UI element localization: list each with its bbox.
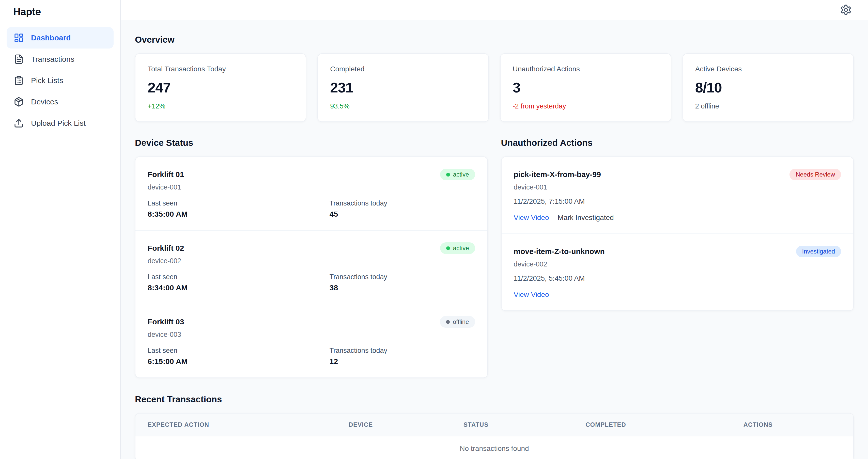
status-badge: active (440, 242, 475, 254)
metric-value: 8:35:00 AM (148, 210, 330, 219)
action-timestamp: 11/2/2025, 5:45:00 AM (514, 274, 841, 283)
status-dot-icon (446, 247, 450, 250)
metric-label: Last seen (148, 273, 330, 281)
view-video-link[interactable]: View Video (514, 214, 549, 222)
upload-icon (14, 118, 24, 128)
sidebar-item-label: Upload Pick List (31, 119, 86, 128)
overview-heading: Overview (135, 35, 854, 45)
column-header-device: DEVICE (336, 414, 451, 436)
metric-label: Transactions today (330, 273, 475, 281)
view-video-link[interactable]: View Video (514, 291, 549, 299)
brand-logo: Hapte (13, 6, 120, 18)
main-content: Overview Total Transactions Today 247 +1… (121, 20, 868, 459)
metric-value: 38 (330, 284, 475, 292)
stat-label: Active Devices (695, 65, 841, 73)
stat-card-unauthorized-actions: Unauthorized Actions 3 -2 from yesterday (500, 53, 671, 122)
device-id: device-002 (148, 257, 475, 265)
clipboard-list-icon (14, 75, 24, 86)
stat-label: Total Transactions Today (148, 65, 293, 73)
stat-subtext: 2 offline (695, 102, 841, 110)
topbar (121, 0, 868, 20)
status-dot-icon (446, 320, 450, 324)
device-status-section: Device Status Forklift 01 active device-… (135, 138, 488, 378)
stat-value: 247 (148, 79, 293, 96)
device-name: Forklift 03 (148, 318, 184, 326)
stat-value: 8/10 (695, 79, 841, 96)
metric-value: 12 (330, 357, 475, 366)
device-id: device-001 (148, 184, 475, 191)
overview-cards: Total Transactions Today 247 +12% Comple… (135, 53, 854, 122)
device-status-panel: Forklift 01 active device-001 Last seen (135, 157, 488, 378)
metric-value: 45 (330, 210, 475, 219)
action-timestamp: 11/2/2025, 7:15:00 AM (514, 197, 841, 205)
unauthorized-action-row: move-item-Z-to-unknown Investigated devi… (502, 233, 854, 310)
main-column: Overview Total Transactions Today 247 +1… (121, 0, 868, 459)
review-badge: Investigated (796, 245, 841, 257)
stat-value: 3 (513, 79, 659, 96)
stat-label: Completed (330, 65, 476, 73)
device-status-heading: Device Status (135, 138, 488, 148)
metric-value: 6:15:00 AM (148, 357, 330, 366)
sidebar-item-label: Dashboard (31, 34, 71, 42)
unauthorized-actions-panel: pick-item-X-from-bay-99 Needs Review dev… (501, 157, 854, 311)
action-links: View Video (514, 291, 841, 299)
status-dot-icon (446, 173, 450, 176)
status-badge: active (440, 169, 475, 181)
device-row: Forklift 03 offline device-003 Last seen (135, 304, 487, 378)
action-title: move-item-Z-to-unknown (514, 247, 605, 256)
unauthorized-actions-heading: Unauthorized Actions (501, 138, 854, 148)
recent-transactions-table: EXPECTED ACTION DEVICE STATUS COMPLETED … (135, 413, 854, 459)
gear-icon (840, 4, 852, 16)
metric-label: Transactions today (330, 347, 475, 355)
last-seen-metric: Last seen 6:15:00 AM (148, 347, 330, 366)
settings-button[interactable] (840, 4, 852, 16)
stat-subtext: -2 from yesterday (513, 102, 659, 110)
last-seen-metric: Last seen 8:35:00 AM (148, 199, 330, 219)
metric-label: Transactions today (330, 199, 475, 207)
action-links: View Video Mark Investigated (514, 214, 841, 222)
sidebar-item-devices[interactable]: Devices (7, 91, 114, 112)
stat-label: Unauthorized Actions (513, 65, 659, 73)
stat-subtext: 93.5% (330, 102, 476, 110)
middle-columns: Device Status Forklift 01 active device-… (135, 138, 854, 378)
device-name: Forklift 01 (148, 170, 184, 179)
stat-subtext: +12% (148, 102, 293, 110)
package-icon (14, 97, 24, 107)
action-title: pick-item-X-from-bay-99 (514, 170, 601, 179)
sidebar-item-label: Pick Lists (31, 76, 63, 85)
column-header-expected-action: EXPECTED ACTION (135, 414, 336, 436)
sidebar-nav: Dashboard Transactions Pick Lists Device… (0, 27, 120, 134)
column-header-actions: ACTIONS (731, 414, 853, 436)
metric-value: 8:34:00 AM (148, 284, 330, 292)
sidebar: Hapte Dashboard Transactions Pick Lists (0, 0, 121, 459)
sidebar-item-transactions[interactable]: Transactions (7, 48, 114, 70)
sidebar-item-pick-lists[interactable]: Pick Lists (7, 70, 114, 91)
mark-investigated-link[interactable]: Mark Investigated (558, 214, 614, 222)
device-name: Forklift 02 (148, 244, 184, 253)
unauthorized-actions-section: Unauthorized Actions pick-item-X-from-ba… (501, 138, 854, 311)
action-device-id: device-001 (514, 184, 841, 191)
stat-card-completed: Completed 231 93.5% (317, 53, 489, 122)
last-seen-metric: Last seen 8:34:00 AM (148, 273, 330, 292)
review-badge: Needs Review (789, 169, 841, 181)
device-row: Forklift 01 active device-001 Last seen (135, 157, 487, 230)
dashboard-icon (14, 33, 24, 43)
file-text-icon (14, 54, 24, 64)
device-row: Forklift 02 active device-002 Last seen (135, 230, 487, 304)
action-device-id: device-002 (514, 260, 841, 268)
sidebar-item-label: Devices (31, 98, 58, 106)
transactions-metric: Transactions today 45 (330, 199, 475, 219)
status-badge-label: active (453, 244, 469, 252)
stat-card-total-transactions: Total Transactions Today 247 +12% (135, 53, 306, 122)
stat-card-active-devices: Active Devices 8/10 2 offline (683, 53, 854, 122)
sidebar-item-upload-pick-list[interactable]: Upload Pick List (7, 112, 114, 134)
metric-label: Last seen (148, 347, 330, 355)
stat-value: 231 (330, 79, 476, 96)
unauthorized-action-row: pick-item-X-from-bay-99 Needs Review dev… (502, 157, 854, 233)
table-header-row: EXPECTED ACTION DEVICE STATUS COMPLETED … (135, 414, 853, 436)
recent-transactions-heading: Recent Transactions (135, 394, 854, 404)
recent-transactions-section: Recent Transactions EXPECTED ACTION DEVI… (135, 394, 854, 459)
empty-state-text: No transactions found (135, 436, 853, 459)
sidebar-item-dashboard[interactable]: Dashboard (7, 27, 114, 48)
column-header-completed: COMPLETED (573, 414, 731, 436)
